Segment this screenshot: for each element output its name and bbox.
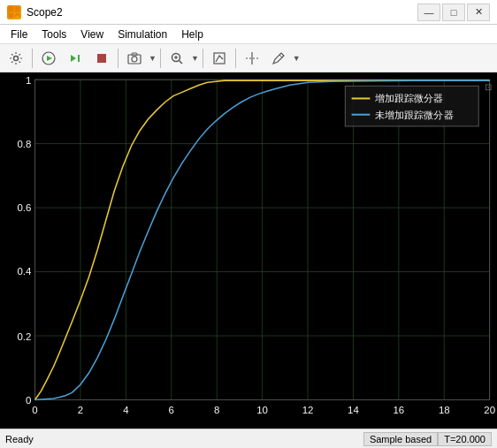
status-ready-text: Ready	[5, 434, 363, 444]
toolbar-separator-2	[118, 49, 119, 68]
window-title: Scope2	[27, 6, 417, 19]
svg-text:0.2: 0.2	[17, 331, 31, 342]
pencil-button[interactable]	[266, 47, 291, 70]
svg-rect-0	[9, 7, 13, 11]
svg-text:6: 6	[169, 405, 174, 415]
status-bar: Ready Sample based T=20.000	[0, 429, 497, 448]
close-button[interactable]: ✕	[467, 4, 490, 21]
time-badge: T=20.000	[438, 432, 492, 446]
camera-button[interactable]	[122, 47, 147, 70]
zoom-button[interactable]	[164, 47, 189, 70]
toolbar-separator-5	[235, 49, 236, 68]
pencil-dropdown-arrow[interactable]: ▼	[293, 54, 301, 63]
svg-text:0: 0	[32, 405, 37, 415]
toolbar: ▼ ▼ ▼	[0, 44, 497, 72]
svg-rect-16	[214, 53, 225, 64]
svg-text:1: 1	[26, 75, 31, 86]
stop-button[interactable]	[89, 47, 114, 70]
svg-point-10	[132, 57, 137, 62]
svg-text:增加跟踪微分器: 增加跟踪微分器	[374, 94, 444, 104]
main-content: 0 2 4 6 8 10 12 14 16 18 20 0 0.2 0.4 0.…	[0, 72, 497, 429]
svg-text:2: 2	[78, 405, 83, 415]
svg-rect-56	[345, 86, 478, 126]
svg-text:14: 14	[348, 405, 359, 415]
camera-dropdown-arrow[interactable]: ▼	[149, 54, 157, 63]
svg-marker-6	[71, 55, 76, 62]
plot-svg: 0 2 4 6 8 10 12 14 16 18 20 0 0.2 0.4 0.…	[0, 72, 497, 429]
toolbar-separator-4	[203, 49, 203, 68]
svg-text:8: 8	[214, 405, 219, 415]
menu-view[interactable]: View	[73, 27, 111, 42]
zoom-dropdown-arrow[interactable]: ▼	[191, 54, 199, 63]
svg-line-19	[279, 55, 282, 57]
status-right: Sample based T=20.000	[363, 432, 492, 446]
run-button[interactable]	[36, 47, 61, 70]
menu-tools[interactable]: Tools	[34, 27, 73, 42]
svg-text:0.4: 0.4	[17, 267, 31, 277]
window-controls: — □ ✕	[417, 4, 490, 21]
menu-bar: File Tools View Simulation Help	[0, 25, 497, 44]
svg-text:10: 10	[256, 405, 268, 415]
svg-text:12: 12	[302, 405, 314, 415]
svg-rect-1	[15, 7, 19, 11]
svg-text:⊡: ⊡	[485, 82, 492, 92]
settings-button[interactable]	[4, 47, 28, 70]
svg-text:18: 18	[439, 405, 450, 415]
svg-line-13	[179, 60, 182, 64]
maximize-button[interactable]: □	[442, 4, 465, 21]
svg-text:16: 16	[393, 405, 404, 415]
menu-simulation[interactable]: Simulation	[111, 27, 174, 42]
axis-fit-button[interactable]	[207, 47, 232, 70]
app-icon	[7, 5, 21, 19]
svg-rect-2	[9, 13, 13, 18]
svg-text:0: 0	[26, 395, 31, 406]
title-bar: Scope2 — □ ✕	[0, 0, 497, 25]
svg-text:4: 4	[123, 405, 128, 415]
toolbar-separator-3	[160, 49, 161, 68]
plot-area[interactable]: 0 2 4 6 8 10 12 14 16 18 20 0 0.2 0.4 0.…	[0, 72, 497, 429]
menu-file[interactable]: File	[4, 27, 34, 42]
svg-marker-5	[47, 56, 52, 61]
menu-help[interactable]: Help	[174, 27, 210, 42]
svg-text:20: 20	[484, 405, 495, 415]
toolbar-separator-1	[32, 49, 33, 68]
svg-point-3	[14, 56, 19, 60]
svg-rect-7	[78, 55, 80, 62]
step-button[interactable]	[63, 47, 88, 70]
minimize-button[interactable]: —	[417, 4, 440, 21]
svg-rect-8	[97, 54, 106, 63]
sample-based-badge: Sample based	[363, 432, 438, 446]
svg-text:0.8: 0.8	[17, 139, 31, 149]
svg-text:未增加跟踪微分器: 未增加跟踪微分器	[375, 110, 454, 120]
cursor-button[interactable]	[240, 47, 264, 70]
svg-text:0.6: 0.6	[17, 202, 31, 213]
